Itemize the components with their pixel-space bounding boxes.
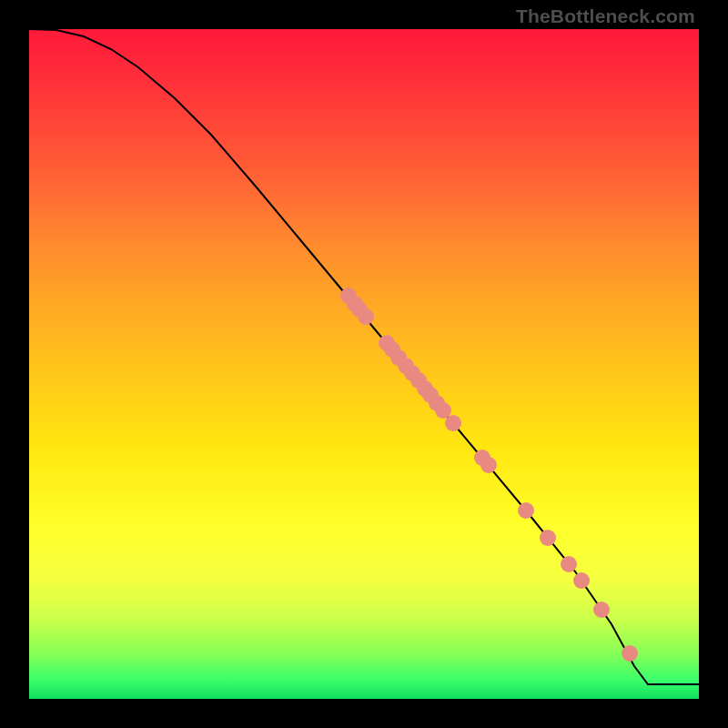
- data-point: [573, 572, 590, 589]
- data-point: [561, 556, 577, 572]
- watermark-label: TheBottleneck.com: [516, 5, 695, 27]
- data-point: [435, 402, 451, 419]
- plot-area: [29, 29, 699, 699]
- chart-frame: TheBottleneck.com: [0, 0, 728, 728]
- data-point: [593, 602, 610, 618]
- data-points-group: [340, 288, 638, 662]
- data-point: [540, 530, 556, 546]
- data-point: [445, 415, 461, 431]
- chart-svg: [29, 29, 699, 699]
- data-point: [622, 645, 638, 662]
- data-point: [518, 502, 534, 519]
- curve-line: [29, 29, 699, 684]
- data-point: [358, 308, 374, 325]
- data-point: [480, 457, 497, 473]
